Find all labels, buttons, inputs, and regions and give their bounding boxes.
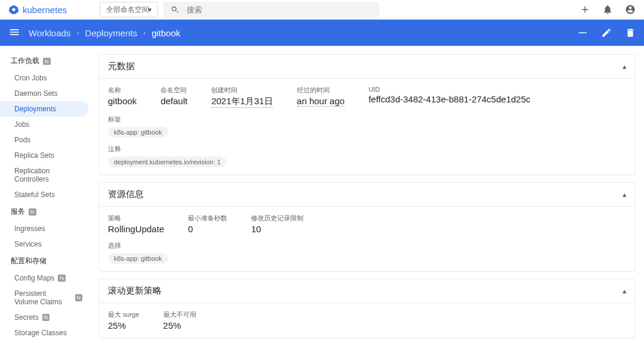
card-title: 元数据 bbox=[108, 61, 135, 72]
sidebar-item[interactable]: Pods bbox=[0, 132, 93, 148]
chevron-down-icon: ▼ bbox=[147, 7, 153, 13]
sidebar-section[interactable]: 服务N bbox=[0, 202, 93, 221]
sidebar-item[interactable]: Deployments bbox=[0, 101, 88, 117]
field-value: 25% bbox=[163, 320, 196, 330]
sidebar-item[interactable]: Storage Classes bbox=[0, 325, 93, 341]
field-label: UID bbox=[369, 86, 531, 93]
chip: k8s-app: gitbook bbox=[108, 127, 168, 138]
field-value: gitbook bbox=[108, 96, 137, 106]
sidebar-section[interactable]: 集群 bbox=[0, 341, 93, 343]
field-value: 0 bbox=[188, 224, 227, 234]
field-label: 最大不可用 bbox=[163, 310, 196, 319]
collapse-icon[interactable]: ▴ bbox=[623, 190, 627, 199]
crumb-workloads[interactable]: Workloads bbox=[29, 28, 71, 38]
detail-actions bbox=[577, 27, 636, 38]
field-value: 2021年1月31日 bbox=[211, 96, 273, 108]
field-label: 修改历史记录限制 bbox=[251, 214, 304, 223]
field-label: 注释 bbox=[108, 145, 227, 154]
sidebar-item[interactable]: Daemon Sets bbox=[0, 86, 93, 101]
card-metadata: 元数据 ▴ 名称gitbook 命名空间default 创建时间2021年1月3… bbox=[99, 54, 636, 175]
field-value: 10 bbox=[251, 224, 304, 234]
edit-icon[interactable] bbox=[601, 27, 612, 38]
card-body: 最大 surge25% 最大不可用25% bbox=[100, 303, 635, 338]
delete-icon[interactable] bbox=[625, 27, 636, 38]
field-label: 标签 bbox=[108, 115, 168, 124]
chevron-right-icon: › bbox=[77, 29, 79, 37]
sidebar-section[interactable]: 配置和存储 bbox=[0, 252, 93, 270]
card-rolling: 滚动更新策略 ▴ 最大 surge25% 最大不可用25% bbox=[99, 279, 636, 338]
sidebar-item[interactable]: Cron Jobs bbox=[0, 70, 93, 86]
sidebar-item[interactable]: Replica Sets bbox=[0, 148, 93, 163]
sidebar-item[interactable]: SecretsN bbox=[0, 310, 93, 325]
sidebar-item[interactable]: Jobs bbox=[0, 117, 93, 132]
sidebar-item[interactable]: Stateful Sets bbox=[0, 187, 93, 202]
sidebar-section[interactable]: 工作负载N bbox=[0, 52, 93, 70]
sidebar-item[interactable]: Config MapsN bbox=[0, 270, 93, 286]
search-input[interactable] bbox=[187, 5, 372, 14]
top-header: kubernetes 全部命名空间 ▼ bbox=[0, 0, 644, 20]
card-body: 名称gitbook 命名空间default 创建时间2021年1月31日 经过的… bbox=[100, 79, 635, 174]
field-label: 选择 bbox=[108, 241, 168, 250]
field-label: 命名空间 bbox=[160, 86, 187, 95]
brand-text: kubernetes bbox=[23, 5, 67, 15]
crumb-deployments[interactable]: Deployments bbox=[85, 28, 138, 38]
scale-icon[interactable] bbox=[577, 27, 588, 38]
field-value: RollingUpdate bbox=[108, 224, 164, 234]
card-header: 元数据 ▴ bbox=[100, 55, 635, 79]
field-label: 名称 bbox=[108, 86, 137, 95]
badge: N bbox=[75, 294, 83, 301]
add-icon[interactable] bbox=[580, 4, 590, 15]
header-actions bbox=[580, 4, 636, 15]
field-value: default bbox=[160, 96, 187, 106]
namespace-select[interactable]: 全部命名空间 ▼ bbox=[100, 2, 158, 17]
card-header: 滚动更新策略 ▴ bbox=[100, 279, 635, 303]
menu-button[interactable] bbox=[8, 26, 20, 40]
field-value: an hour ago bbox=[297, 96, 345, 107]
card-body: 策略RollingUpdate 最小准备秒数0 修改历史记录限制10 选择k8s… bbox=[100, 207, 635, 271]
svg-point-1 bbox=[12, 8, 15, 11]
badge: N bbox=[42, 314, 50, 321]
sidebar: 工作负载NCron JobsDaemon SetsDeploymentsJobs… bbox=[0, 46, 93, 343]
card-title: 资源信息 bbox=[108, 189, 144, 200]
badge: N bbox=[43, 58, 51, 65]
logo[interactable]: kubernetes bbox=[8, 4, 67, 15]
main: 工作负载NCron JobsDaemon SetsDeploymentsJobs… bbox=[0, 46, 644, 343]
chip: k8s-app: gitbook bbox=[108, 253, 168, 264]
card-title: 滚动更新策略 bbox=[108, 285, 162, 297]
chevron-right-icon: › bbox=[143, 29, 145, 37]
field-value: feffcd3d-3482-413e-b881-274c5de1d25c bbox=[369, 94, 531, 104]
field-label: 最小准备秒数 bbox=[188, 214, 227, 223]
account-icon[interactable] bbox=[625, 4, 636, 15]
field-label: 最大 surge bbox=[108, 310, 140, 319]
field-value: 25% bbox=[108, 320, 140, 330]
sidebar-item[interactable]: Ingresses bbox=[0, 221, 93, 236]
chip: deployment.kubernetes.io/revision: 1 bbox=[108, 157, 227, 167]
notifications-icon[interactable] bbox=[602, 4, 613, 15]
search-box[interactable] bbox=[163, 2, 379, 17]
collapse-icon[interactable]: ▴ bbox=[623, 286, 627, 295]
content: 元数据 ▴ 名称gitbook 命名空间default 创建时间2021年1月3… bbox=[93, 46, 644, 343]
namespace-selected: 全部命名空间 bbox=[106, 5, 149, 15]
badge: N bbox=[58, 275, 66, 282]
kubernetes-icon bbox=[8, 4, 19, 15]
sidebar-item[interactable]: Persistent Volume ClaimsN bbox=[0, 286, 93, 310]
card-header: 资源信息 ▴ bbox=[100, 183, 635, 207]
crumb-current: gitbook bbox=[151, 28, 180, 38]
field-label: 创建时间 bbox=[211, 86, 273, 95]
menu-icon bbox=[8, 26, 20, 38]
field-label: 经过的时间 bbox=[297, 86, 345, 95]
search-icon bbox=[171, 5, 179, 14]
breadcrumb: Workloads › Deployments › gitbook bbox=[29, 28, 181, 38]
breadcrumb-bar: Workloads › Deployments › gitbook bbox=[0, 20, 644, 46]
field-label: 策略 bbox=[108, 214, 164, 223]
badge: N bbox=[29, 208, 36, 216]
sidebar-item[interactable]: Replication Controllers bbox=[0, 163, 93, 187]
collapse-icon[interactable]: ▴ bbox=[623, 62, 627, 71]
card-resource: 资源信息 ▴ 策略RollingUpdate 最小准备秒数0 修改历史记录限制1… bbox=[99, 182, 636, 272]
sidebar-item[interactable]: Services bbox=[0, 236, 93, 252]
